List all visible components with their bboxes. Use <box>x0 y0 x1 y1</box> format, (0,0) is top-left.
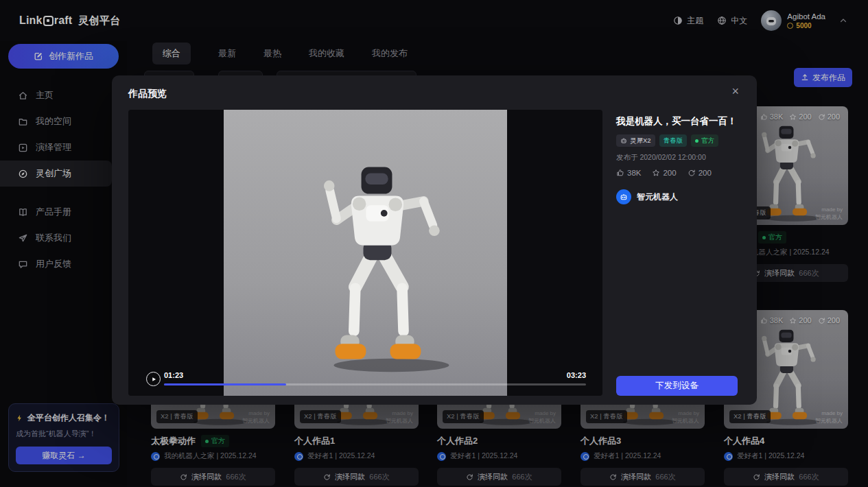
modal-title: 作品预览 <box>128 88 167 100</box>
robot-video-image <box>296 156 457 377</box>
share-count: 200 <box>699 169 712 177</box>
creator-avatar <box>616 189 631 204</box>
video-progress-track[interactable] <box>164 383 586 385</box>
video-player[interactable]: 01:23 03:23 <box>128 110 602 396</box>
app-window: Link raft 灵创平台 主题 中文 <box>0 0 868 487</box>
video-progress-fill <box>164 383 286 385</box>
robot-chip-icon <box>620 137 627 144</box>
close-icon[interactable]: × <box>731 85 739 97</box>
work-details-panel: 我是机器人，买一台省一百！ 灵犀X2 青春版 官方 发布于 2020/02/02… <box>616 115 738 396</box>
work-preview-modal: 作品预览 × 01:23 03:23 我是机器人，买一台省一百！ 灵犀X2 <box>112 75 757 405</box>
work-title: 我是机器人，买一台省一百！ <box>616 115 738 128</box>
share-icon <box>688 169 696 177</box>
work-stats-row: 38K 200 200 <box>616 169 738 177</box>
model-badge: 灵犀X2 <box>616 134 655 147</box>
official-badge: 官方 <box>691 134 718 147</box>
official-dot <box>695 139 699 143</box>
like-count: 38K <box>627 169 641 177</box>
creator-name: 智元机器人 <box>637 191 678 203</box>
like-icon <box>616 169 624 177</box>
current-time: 01:23 <box>164 371 183 379</box>
publish-date: 发布于 2020/02/02 12:00:00 <box>616 153 738 163</box>
star-count: 200 <box>663 169 676 177</box>
creator-row[interactable]: 智元机器人 <box>616 189 738 204</box>
video-frame <box>224 110 507 396</box>
total-duration: 03:23 <box>567 371 586 379</box>
play-button[interactable] <box>146 372 161 386</box>
play-icon <box>151 377 156 382</box>
edition-badge: 青春版 <box>659 134 688 147</box>
star-icon <box>652 169 660 177</box>
work-badges: 灵犀X2 青春版 官方 <box>616 134 738 147</box>
deploy-to-device-button[interactable]: 下发到设备 <box>616 376 738 396</box>
